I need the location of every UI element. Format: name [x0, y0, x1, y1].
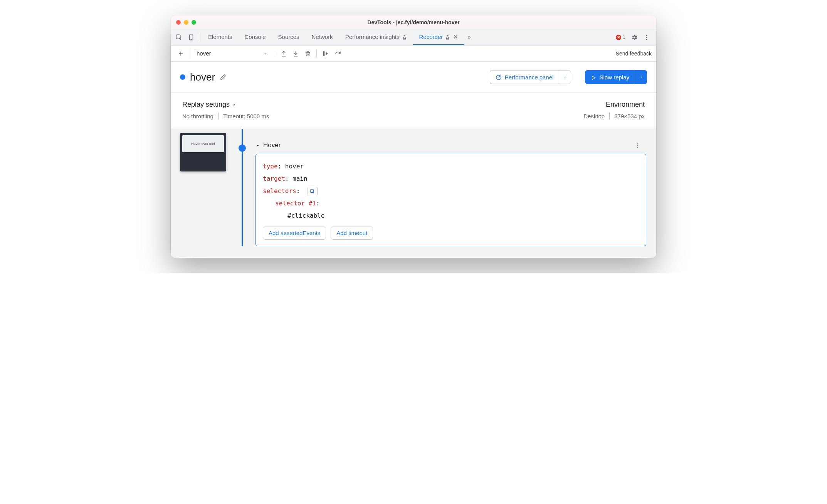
- flask-icon: [402, 34, 407, 40]
- replay-settings-heading[interactable]: Replay settings: [182, 101, 269, 109]
- prop-selector-1[interactable]: selector #1:: [263, 197, 639, 210]
- devtools-window: DevTools - jec.fyi/demo/menu-hover Eleme…: [171, 15, 656, 258]
- replay-settings-row: Replay settings No throttling Timeout: 5…: [171, 93, 656, 129]
- more-menu-icon[interactable]: [643, 34, 650, 41]
- tab-label: Recorder: [419, 34, 443, 40]
- recording-name: hover: [197, 50, 211, 57]
- step-header[interactable]: Hover: [255, 141, 281, 149]
- tab-sources[interactable]: Sources: [272, 29, 306, 45]
- svg-point-10: [637, 145, 639, 146]
- new-recording-button[interactable]: ＋: [175, 48, 186, 59]
- export-icon[interactable]: [281, 50, 287, 57]
- tabs-overflow-button[interactable]: »: [464, 29, 474, 45]
- send-feedback-link[interactable]: Send feedback: [616, 50, 652, 57]
- recorder-toolbar: ＋ hover Send feedback: [171, 45, 656, 62]
- performance-panel-button[interactable]: Performance panel: [490, 70, 559, 84]
- prop-selectors[interactable]: selectors:: [263, 185, 639, 197]
- separator: [609, 113, 610, 119]
- replay-split-button: Slow replay: [585, 70, 647, 84]
- close-tab-icon[interactable]: ✕: [453, 34, 458, 40]
- recording-status-dot: [180, 74, 185, 80]
- inspect-element-icon[interactable]: [175, 34, 182, 41]
- import-icon[interactable]: [292, 50, 299, 57]
- environment-heading: Environment: [606, 101, 645, 109]
- tab-console[interactable]: Console: [239, 29, 272, 45]
- performance-panel-caret[interactable]: [559, 70, 571, 84]
- timeout-value: Timeout: 5000 ms: [223, 113, 269, 119]
- svg-point-4: [646, 37, 647, 38]
- chevron-down-icon: [263, 50, 268, 57]
- step-details-panel: type: hover target: main selectors: sele…: [255, 154, 646, 246]
- device-toggle-icon[interactable]: [188, 34, 195, 41]
- svg-point-9: [637, 143, 639, 144]
- tab-label: Elements: [208, 34, 232, 40]
- add-asserted-events-button[interactable]: Add assertedEvents: [263, 227, 326, 240]
- devtools-tabbar: Elements Console Sources Network Perform…: [171, 29, 656, 45]
- throttling-value: No throttling: [182, 113, 213, 119]
- device-value: Desktop: [583, 113, 605, 119]
- redo-icon[interactable]: [334, 50, 341, 57]
- edit-title-icon[interactable]: [220, 74, 227, 81]
- error-icon: ✕: [616, 35, 621, 40]
- delete-icon[interactable]: [304, 50, 311, 57]
- error-count-badge[interactable]: ✕ 1: [616, 34, 625, 40]
- timeline-step-dot[interactable]: [239, 144, 246, 152]
- button-label: Slow replay: [599, 74, 629, 81]
- prop-type[interactable]: type: hover: [263, 160, 639, 173]
- separator: [316, 50, 317, 57]
- dimensions-value: 379×534 px: [614, 113, 645, 119]
- separator: [200, 32, 200, 42]
- prop-selector-1-value[interactable]: #clickable: [263, 210, 639, 222]
- gauge-icon: [496, 74, 502, 81]
- window-title: DevTools - jec.fyi/demo/menu-hover: [171, 19, 656, 25]
- svg-point-3: [646, 35, 647, 36]
- tab-label: Console: [245, 34, 266, 40]
- recording-select[interactable]: hover: [190, 48, 271, 59]
- recording-title: hover: [190, 71, 215, 83]
- tab-elements[interactable]: Elements: [202, 29, 239, 45]
- pick-selector-icon[interactable]: [308, 187, 318, 196]
- button-label: Performance panel: [505, 74, 554, 81]
- tab-label: Sources: [278, 34, 299, 40]
- chevron-right-icon: [232, 101, 237, 109]
- flask-icon: [445, 34, 450, 40]
- add-timeout-button[interactable]: Add timeout: [331, 227, 373, 240]
- overflow-icon: »: [467, 34, 471, 40]
- separator: [218, 113, 219, 119]
- tab-performance-insights[interactable]: Performance insights: [339, 29, 413, 45]
- timeline-area: Hover over me! Hover type: hover: [171, 129, 656, 258]
- step-through-icon[interactable]: [322, 50, 329, 57]
- recording-header: hover Performance panel Slow replay: [171, 62, 656, 93]
- settings-gear-icon[interactable]: [631, 34, 638, 41]
- prop-target[interactable]: target: main: [263, 173, 639, 185]
- tab-label: Performance insights: [345, 34, 400, 40]
- step-thumbnail[interactable]: Hover over me!: [180, 133, 226, 171]
- collapse-icon: [255, 141, 260, 149]
- step-more-icon[interactable]: [635, 142, 644, 149]
- performance-panel-split-button: Performance panel: [490, 70, 572, 84]
- tab-label: Network: [312, 34, 333, 40]
- tab-recorder[interactable]: Recorder ✕: [413, 29, 465, 45]
- thumbnail-content: Hover over me!: [182, 135, 224, 152]
- error-count: 1: [623, 34, 625, 40]
- replay-caret[interactable]: [635, 70, 647, 84]
- slow-replay-button[interactable]: Slow replay: [585, 70, 635, 84]
- separator: [275, 50, 275, 57]
- svg-point-5: [646, 39, 647, 40]
- svg-point-11: [637, 147, 639, 148]
- tab-network[interactable]: Network: [306, 29, 339, 45]
- heading-label: Replay settings: [182, 101, 230, 109]
- play-icon: [591, 74, 596, 80]
- window-titlebar: DevTools - jec.fyi/demo/menu-hover: [171, 15, 656, 29]
- step-title-label: Hover: [263, 141, 281, 149]
